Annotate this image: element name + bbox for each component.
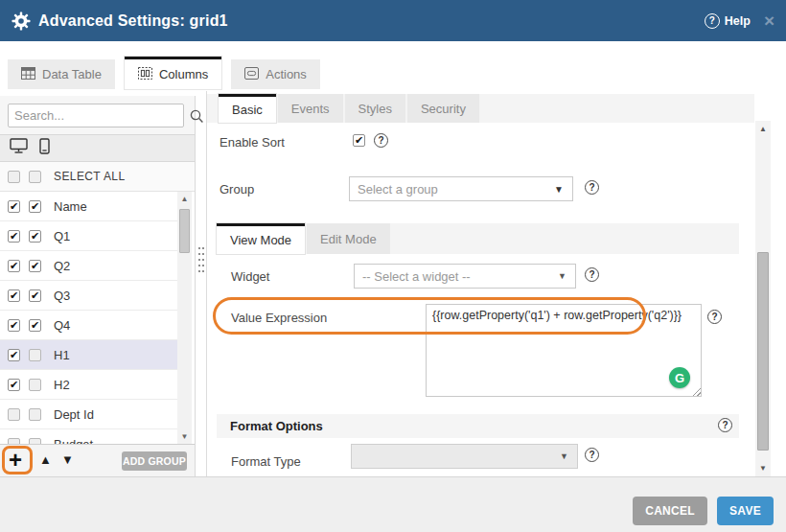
column-row[interactable]: Dept Id bbox=[0, 400, 178, 429]
advanced-settings-dialog: Advanced Settings: grid1 ? Help × Data T… bbox=[0, 0, 786, 532]
tab-label: Events bbox=[291, 102, 330, 116]
format-options-label: Format Options bbox=[230, 419, 323, 433]
search-input[interactable] bbox=[9, 108, 189, 123]
group-select[interactable]: Select a group ▼ bbox=[349, 176, 573, 201]
help-label: Help bbox=[725, 14, 751, 28]
scroll-down-icon[interactable]: ▼ bbox=[755, 464, 771, 473]
column-mobile-checkbox[interactable] bbox=[29, 408, 41, 421]
format-type-label: Format Type bbox=[231, 454, 301, 469]
column-desktop-checkbox[interactable] bbox=[8, 319, 20, 332]
column-row[interactable]: H2 bbox=[0, 370, 178, 400]
help-icon[interactable]: ? bbox=[585, 448, 599, 462]
move-up-button[interactable]: ▲ bbox=[39, 453, 52, 466]
group-label: Group bbox=[220, 182, 254, 197]
add-column-button[interactable]: + bbox=[9, 446, 22, 474]
column-mobile-checkbox[interactable] bbox=[29, 230, 41, 243]
value-expression-label: Value Expression bbox=[231, 311, 327, 325]
dialog-title: Advanced Settings: grid1 bbox=[38, 12, 228, 30]
column-mobile-checkbox[interactable] bbox=[29, 200, 41, 213]
help-button[interactable]: ? Help bbox=[705, 13, 751, 29]
column-row[interactable]: Q2 bbox=[0, 251, 178, 281]
panel-scrollbar[interactable]: ▲ ▼ bbox=[755, 121, 771, 476]
help-question-icon: ? bbox=[705, 13, 720, 29]
column-label: Budget bbox=[54, 437, 93, 445]
help-icon[interactable]: ? bbox=[707, 310, 722, 324]
tab-label: Security bbox=[421, 102, 466, 116]
tab-edit-mode[interactable]: Edit Mode bbox=[307, 223, 390, 254]
column-mobile-checkbox[interactable] bbox=[29, 319, 41, 332]
tab-security[interactable]: Security bbox=[407, 94, 479, 123]
scrollbar-thumb[interactable] bbox=[179, 209, 190, 253]
help-icon[interactable]: ? bbox=[718, 418, 732, 432]
splitter-grip-icon bbox=[197, 245, 205, 274]
move-down-button[interactable]: ▼ bbox=[61, 453, 74, 466]
column-desktop-checkbox[interactable] bbox=[8, 408, 20, 421]
sidebar-scrollbar[interactable]: ▲ ▼ bbox=[177, 192, 192, 444]
column-row[interactable]: Name bbox=[0, 192, 178, 221]
column-desktop-checkbox[interactable] bbox=[8, 260, 20, 272]
column-row[interactable]: Q3 bbox=[0, 281, 178, 311]
desktop-icon[interactable] bbox=[10, 138, 28, 158]
column-label: Q4 bbox=[54, 318, 70, 333]
select-all-row[interactable]: SELECT ALL bbox=[0, 162, 195, 192]
tab-events[interactable]: Events bbox=[278, 94, 343, 123]
column-label: H1 bbox=[54, 348, 70, 362]
column-mobile-checkbox[interactable] bbox=[29, 349, 41, 361]
main-tab-bar: Data Table Columns Actions bbox=[8, 57, 320, 89]
scroll-down-icon[interactable]: ▼ bbox=[177, 432, 192, 441]
settings-tab-bar: Basic Events Styles Security bbox=[207, 94, 754, 123]
tab-styles[interactable]: Styles bbox=[345, 94, 405, 123]
tab-label: Data Table bbox=[42, 67, 102, 81]
tab-data-table[interactable]: Data Table bbox=[8, 59, 115, 89]
help-icon[interactable]: ? bbox=[374, 133, 388, 148]
column-settings-panel: Basic Events Styles Security Enable Sort… bbox=[206, 91, 753, 476]
column-mobile-checkbox[interactable] bbox=[29, 289, 41, 302]
select-all-mobile-checkbox[interactable] bbox=[29, 171, 41, 183]
value-expression-textarea[interactable]: {{row.getProperty('q1') + row.getPropert… bbox=[426, 304, 702, 397]
column-mobile-checkbox[interactable] bbox=[29, 260, 41, 272]
tab-label: Styles bbox=[358, 102, 392, 116]
data-table-icon bbox=[21, 67, 35, 82]
column-label: Q3 bbox=[54, 289, 70, 303]
scrollbar-thumb[interactable] bbox=[757, 252, 769, 451]
chevron-down-icon: ▼ bbox=[558, 271, 566, 281]
tab-view-mode[interactable]: View Mode bbox=[217, 223, 305, 254]
columns-icon bbox=[138, 67, 152, 82]
column-row[interactable]: Q4 bbox=[0, 311, 178, 340]
help-icon[interactable]: ? bbox=[585, 267, 599, 282]
save-button[interactable]: SAVE bbox=[717, 497, 774, 525]
panel-splitter[interactable] bbox=[196, 96, 206, 476]
column-rows: NameQ1Q2Q3Q4H1H2Dept IdBudget bbox=[0, 192, 178, 444]
column-mobile-checkbox[interactable] bbox=[29, 379, 41, 391]
scroll-up-icon[interactable]: ▲ bbox=[755, 125, 771, 133]
tab-basic[interactable]: Basic bbox=[219, 94, 276, 123]
group-select-value: Select a group bbox=[350, 182, 554, 197]
format-type-select[interactable]: ▼ bbox=[351, 444, 578, 469]
column-desktop-checkbox[interactable] bbox=[8, 230, 20, 243]
widget-select[interactable]: -- Select a widget -- ▼ bbox=[354, 264, 576, 289]
column-desktop-checkbox[interactable] bbox=[8, 200, 20, 213]
scroll-up-icon[interactable]: ▲ bbox=[177, 195, 192, 203]
column-row[interactable]: H1 bbox=[0, 340, 178, 370]
dialog-footer: CANCEL SAVE bbox=[0, 476, 786, 532]
grammarly-icon[interactable]: G bbox=[669, 367, 690, 388]
mode-tab-bar: View Mode Edit Mode bbox=[217, 223, 739, 254]
select-all-desktop-checkbox[interactable] bbox=[8, 171, 20, 183]
tab-actions[interactable]: Actions bbox=[231, 59, 320, 89]
tab-label: Columns bbox=[159, 67, 208, 81]
column-desktop-checkbox[interactable] bbox=[8, 289, 20, 302]
enable-sort-checkbox[interactable] bbox=[353, 134, 365, 147]
format-options-header: Format Options bbox=[217, 414, 739, 438]
cancel-button[interactable]: CANCEL bbox=[633, 497, 707, 525]
add-group-button[interactable]: ADD GROUP bbox=[122, 451, 187, 471]
mobile-icon[interactable] bbox=[39, 138, 50, 158]
tab-columns[interactable]: Columns bbox=[125, 57, 221, 89]
help-icon[interactable]: ? bbox=[585, 180, 599, 195]
gear-icon bbox=[12, 12, 31, 31]
close-icon[interactable]: × bbox=[764, 12, 774, 30]
column-row[interactable]: Budget bbox=[0, 429, 178, 444]
column-desktop-checkbox[interactable] bbox=[8, 349, 20, 361]
column-desktop-checkbox[interactable] bbox=[8, 379, 20, 391]
column-row[interactable]: Q1 bbox=[0, 221, 178, 251]
column-list: NameQ1Q2Q3Q4H1H2Dept IdBudget ▲ ▼ bbox=[0, 192, 195, 444]
